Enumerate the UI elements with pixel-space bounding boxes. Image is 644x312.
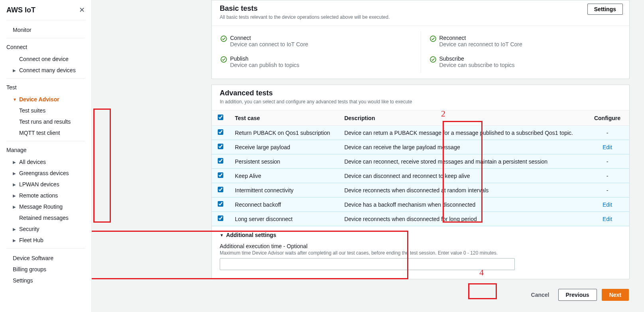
- edit-link[interactable]: Edit: [603, 201, 612, 208]
- sidebar-item-label: LPWAN devices: [19, 181, 59, 188]
- caret-down-icon: ▼: [220, 233, 224, 237]
- sidebar-group-manage: Manage: [0, 145, 91, 156]
- advanced-tests-table: Test case Description Configure Return P…: [212, 110, 629, 226]
- additional-settings-toggle[interactable]: ▼ Additional settings: [220, 232, 621, 238]
- annotation-number-4: 4: [479, 267, 484, 278]
- sidebar-item-label: Billing groups: [13, 266, 46, 273]
- sidebar-title: AWS IoT: [6, 6, 35, 14]
- sidebar-item-device-software[interactable]: Device Software: [0, 253, 91, 264]
- sidebar-item-label: Settings: [13, 277, 33, 284]
- basic-test-name: Reconnect: [439, 35, 522, 41]
- execution-time-input[interactable]: [220, 258, 515, 270]
- execution-time-help: Maximum time Device Advisor waits after …: [220, 250, 621, 256]
- table-row: Long server disconnectDevice reconnects …: [212, 212, 629, 226]
- annotation-box-1: [93, 109, 111, 223]
- sidebar-item-connect-many[interactable]: ▶Connect many devices: [0, 65, 91, 76]
- basic-test-name: Subscribe: [439, 55, 515, 62]
- sidebar-item-remote-actions[interactable]: ▶Remote actions: [0, 190, 91, 201]
- sidebar-item-fleet-hub[interactable]: ▶Fleet Hub: [0, 235, 91, 246]
- sidebar-item-message-routing[interactable]: ▶Message Routing: [0, 201, 91, 212]
- caret-right-icon: ▶: [13, 160, 17, 164]
- annotation-number-2: 2: [441, 109, 445, 119]
- row-checkbox[interactable]: [218, 187, 223, 192]
- sidebar-item-test-runs[interactable]: Test runs and results: [0, 116, 91, 127]
- col-description: Description: [339, 111, 585, 126]
- sidebar-item-retained-messages[interactable]: Retained messages: [0, 212, 91, 223]
- config-dash: -: [607, 158, 609, 165]
- sidebar-item-connect-one[interactable]: Connect one device: [0, 53, 91, 65]
- table-row: Persistent sessionDevice can reconnect, …: [212, 154, 629, 169]
- row-checkbox[interactable]: [218, 172, 223, 178]
- wizard-footer: Cancel Previous Next: [211, 279, 630, 304]
- table-row: Intermittent connectivityDevice reconnec…: [212, 183, 629, 197]
- basic-test-name: Publish: [230, 55, 299, 62]
- sidebar-item-device-advisor[interactable]: ▼Device Advisor: [0, 94, 91, 105]
- advanced-tests-title: Advanced tests: [220, 89, 621, 97]
- description-cell: Device can return a PUBACK message for a…: [339, 126, 585, 140]
- caret-right-icon: ▶: [13, 182, 17, 187]
- sidebar-item-lpwan[interactable]: ▶LPWAN devices: [0, 179, 91, 190]
- sidebar-item-security[interactable]: ▶Security: [0, 223, 91, 235]
- sidebar-item-label: Connect one device: [19, 56, 69, 62]
- description-cell: Device reconnects when disconnected for …: [339, 212, 585, 226]
- caret-down-icon: ▼: [13, 97, 17, 102]
- sidebar-item-label: Device Software: [13, 255, 53, 261]
- testcase-cell: Long server disconnect: [229, 212, 339, 226]
- edit-link[interactable]: Edit: [603, 216, 612, 222]
- testcase-cell: Persistent session: [229, 154, 339, 169]
- caret-right-icon: ▶: [13, 227, 17, 231]
- basic-test-item: ReconnectDevice can reconnect to IoT Cor…: [421, 32, 630, 52]
- row-checkbox[interactable]: [218, 215, 223, 221]
- table-row: Receive large payloadDevice can receive …: [212, 140, 629, 154]
- table-row: Return PUBACK on Qos1 subscriptionDevice…: [212, 126, 629, 140]
- row-checkbox[interactable]: [218, 158, 223, 164]
- svg-point-3: [430, 57, 436, 62]
- previous-button[interactable]: Previous: [558, 289, 597, 301]
- row-checkbox[interactable]: [218, 144, 223, 149]
- sidebar-item-label: Device Advisor: [19, 96, 59, 103]
- sidebar-item-label: Fleet Hub: [19, 237, 43, 243]
- sidebar-item-billing-groups[interactable]: Billing groups: [0, 264, 91, 275]
- sidebar-item-label: MQTT test client: [19, 130, 60, 136]
- description-cell: Device can receive the large payload mes…: [339, 140, 585, 154]
- advanced-tests-subtitle: In addition, you can select and configur…: [220, 99, 621, 105]
- sidebar-item-monitor[interactable]: Monitor: [0, 24, 91, 36]
- sidebar-item-label: Security: [19, 226, 39, 232]
- success-icon: [430, 36, 436, 42]
- select-all-checkbox[interactable]: [218, 115, 223, 120]
- description-cell: Device can reconnect, receive stored mes…: [339, 154, 585, 169]
- close-icon[interactable]: ✕: [79, 6, 85, 14]
- sidebar-item-greengrass[interactable]: ▶Greengrass devices: [0, 168, 91, 179]
- success-icon: [221, 36, 227, 42]
- basic-test-desc: Device can publish to topics: [230, 62, 299, 68]
- row-checkbox[interactable]: [218, 201, 223, 207]
- settings-button[interactable]: Settings: [587, 4, 623, 15]
- additional-settings-section: ▼ Additional settings Additional executi…: [212, 226, 629, 279]
- basic-test-name: Connect: [230, 35, 308, 41]
- testcase-cell: Intermittent connectivity: [229, 183, 339, 197]
- basic-test-item: PublishDevice can publish to topics: [212, 52, 421, 73]
- sidebar-group-connect: Connect: [0, 42, 91, 53]
- description-cell: Device can disconnect and reconnect to k…: [339, 169, 585, 183]
- caret-right-icon: ▶: [13, 68, 17, 73]
- caret-right-icon: ▶: [13, 205, 17, 209]
- sidebar-item-settings[interactable]: Settings: [0, 275, 91, 286]
- sidebar-item-all-devices[interactable]: ▶All devices: [0, 156, 91, 168]
- success-icon: [221, 56, 227, 63]
- sidebar-item-label: Test runs and results: [19, 118, 71, 125]
- execution-time-label: Additional execution time - Optional: [220, 243, 621, 249]
- config-dash: -: [607, 187, 609, 194]
- sidebar-item-mqtt-client[interactable]: MQTT test client: [0, 127, 91, 138]
- next-button[interactable]: Next: [602, 289, 629, 301]
- advanced-tests-panel: Advanced tests In addition, you can sele…: [211, 85, 630, 279]
- svg-point-0: [221, 36, 226, 41]
- row-checkbox[interactable]: [218, 129, 223, 135]
- cancel-button[interactable]: Cancel: [527, 289, 553, 300]
- sidebar-item-test-suites[interactable]: Test suites: [0, 105, 91, 116]
- basic-test-desc: Device can subscribe to topics: [439, 62, 515, 68]
- col-configure: Configure: [585, 111, 629, 126]
- caret-right-icon: ▶: [13, 171, 17, 176]
- success-icon: [430, 56, 436, 63]
- testcase-cell: Return PUBACK on Qos1 subscription: [229, 126, 339, 140]
- edit-link[interactable]: Edit: [603, 144, 612, 150]
